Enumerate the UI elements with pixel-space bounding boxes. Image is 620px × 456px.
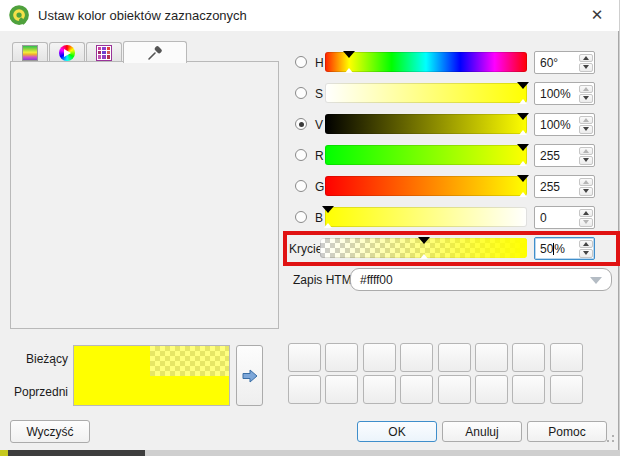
hue-spinbox[interactable]: 60° [534,51,595,74]
red-spinbox[interactable]: 255 [534,144,595,167]
swatch-slot[interactable] [325,375,358,404]
channel-h-label: H [315,56,324,70]
spin-down-icon[interactable] [579,94,593,103]
clear-button[interactable]: Wyczyść [10,420,90,443]
help-button[interactable]: Pomoc [527,421,607,442]
spin-down-icon[interactable] [579,187,593,196]
previous-color-swatch [74,376,229,405]
green-spinbox[interactable]: 255 [534,175,595,198]
tab-color-sampler[interactable] [123,41,187,63]
screenshot-root: Ustaw kolor obiektów zaznaczonych ✕ Prom [0,0,620,456]
apply-color-button[interactable] [236,345,263,406]
saturation-spinbox[interactable]: 100% [534,82,595,105]
current-color-swatch [74,346,229,376]
spin-down-icon[interactable] [579,249,593,258]
spin-up-icon[interactable] [579,116,593,125]
spin-up-icon[interactable] [579,54,593,63]
radio-b[interactable] [295,211,307,223]
channel-v-label: V [315,118,323,132]
opacity-spinbox[interactable]: 50% [534,237,595,260]
blue-arrow-icon [241,367,259,385]
spin-up-icon[interactable] [579,240,593,249]
spin-up-icon[interactable] [579,178,593,187]
html-notation-value: #ffff00 [360,273,393,287]
html-notation-label: Zapis HTML [293,273,358,287]
spin-down-icon[interactable] [579,63,593,72]
channel-g-label: G [315,180,324,194]
swatch-slot[interactable] [400,375,433,404]
html-notation-combobox[interactable]: #ffff00 [350,268,612,291]
swatch-slot[interactable] [475,343,508,372]
tab-swatches[interactable] [86,42,122,62]
spin-down-icon[interactable] [579,125,593,134]
resize-grip[interactable] [602,432,614,442]
swatch-slot[interactable] [400,343,433,372]
eyedropper-icon [147,45,163,61]
swatch-slot[interactable] [288,375,321,404]
swatch-slot[interactable] [288,343,321,372]
swatch-slot[interactable] [475,375,508,404]
color-dialog: Ustaw kolor obiektów zaznaczonych ✕ Prom [0,0,619,450]
title-bar: Ustaw kolor obiektów zaznaczonych ✕ [0,0,619,31]
saturation-slider[interactable] [325,83,527,103]
spin-down-icon[interactable] [579,156,593,165]
qgis-logo-icon [9,5,30,26]
radio-g[interactable] [295,180,307,192]
channel-s-label: S [315,87,323,101]
swatch-slot[interactable] [363,375,396,404]
radio-v[interactable] [295,118,307,130]
swatch-slot[interactable] [438,375,471,404]
red-slider[interactable] [325,145,527,165]
blue-slider[interactable] [325,207,527,227]
value-slider[interactable] [325,114,527,134]
previous-color-label: Poprzedni [0,385,68,399]
color-preview-box [73,345,230,406]
hue-slider[interactable] [325,52,527,72]
spin-up-icon[interactable] [579,85,593,94]
swatches-icon [96,45,112,61]
swatch-slot[interactable] [550,343,583,372]
swatch-slot[interactable] [363,343,396,372]
opacity-label: Krycie [289,242,322,256]
spin-down-icon[interactable] [579,218,593,227]
channel-b-label: B [315,211,323,225]
radio-r[interactable] [295,149,307,161]
tab-color-wheel[interactable] [49,42,85,62]
spin-up-icon[interactable] [579,147,593,156]
tab-color-ramp[interactable] [12,42,48,62]
cancel-button[interactable]: Anuluj [442,421,522,442]
swatch-slot[interactable] [438,343,471,372]
opacity-value: 50% [540,242,565,256]
radio-h[interactable] [295,56,307,68]
blue-spinbox[interactable]: 0 [534,206,595,229]
channel-r-label: R [315,149,324,163]
swatch-slot[interactable] [512,375,545,404]
swatch-slot[interactable] [550,375,583,404]
standard-colors-grid [288,343,612,404]
color-ramp-icon [22,45,38,61]
window-title: Ustaw kolor obiektów zaznaczonych [38,8,247,23]
opacity-slider[interactable] [320,238,527,258]
background-behind-dialog [0,450,620,456]
slider-handle [343,51,355,58]
current-color-label: Bieżący [0,352,68,366]
green-slider[interactable] [325,176,527,196]
ok-button[interactable]: OK [357,421,437,442]
spin-up-icon[interactable] [579,209,593,218]
sampler-panel [10,61,279,329]
close-icon[interactable]: ✕ [583,3,611,27]
chevron-down-icon [590,277,602,284]
radio-s[interactable] [295,87,307,99]
color-wheel-icon [59,45,75,61]
swatch-slot[interactable] [512,343,545,372]
value-spinbox[interactable]: 100% [534,113,595,136]
swatch-slot[interactable] [325,343,358,372]
